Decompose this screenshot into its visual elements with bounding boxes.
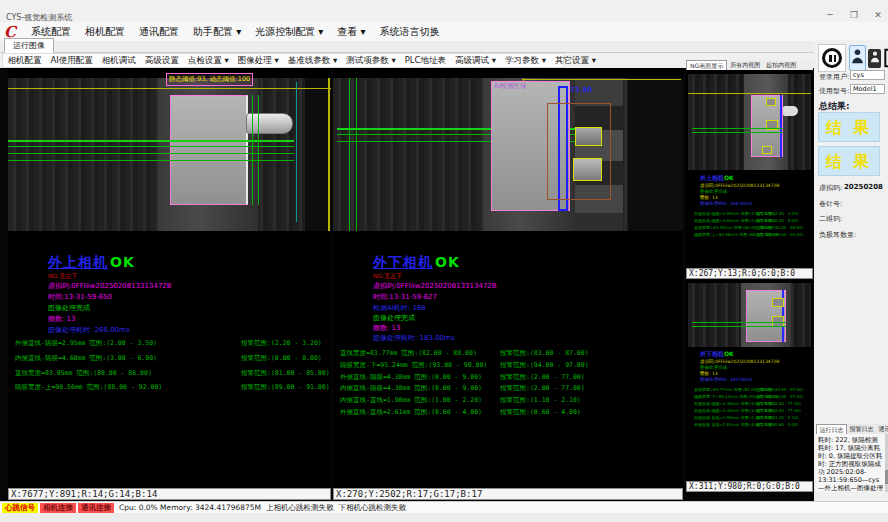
overlay-yellow-line: [688, 93, 811, 94]
tab-run-log[interactable]: 运行日志: [816, 424, 847, 434]
camera2-status: OK: [435, 254, 460, 270]
toolbar-camera-debug[interactable]: 相机调试: [97, 55, 140, 67]
thumbnail-bottom-panel[interactable]: 外下相机OK 虚拟码:0FFIiiw2025020813313472B 图像处理…: [686, 279, 813, 481]
menu-item-system-config[interactable]: 系统配置: [24, 25, 78, 39]
camera1-coordinate-readout: X:7677;Y:891;R:14;G:14;B:14: [8, 488, 331, 500]
measurement-row: 内侧直线-隔膜=4.38mm 范围:(0.00 - 9.00)报警范围:(2.0…: [340, 384, 681, 393]
toolbar-learning-params[interactable]: 学习参数 ▾: [500, 55, 550, 67]
toolbar-spot-check[interactable]: 点检设置 ▾: [183, 55, 233, 67]
measurement-right: 报警范围:(2.00 - 77.00): [500, 384, 585, 393]
toolbar-test-params[interactable]: 测试项参数 ▾: [342, 55, 400, 67]
menu-item-view[interactable]: 查看 ▾: [330, 25, 372, 39]
ai-region-label: AI检测区域: [494, 82, 526, 91]
overlay-blue-vline: [780, 95, 782, 157]
separator-region-box: [170, 95, 248, 205]
thumb-measure-right: 报警范围:(0.00 - 8.00): [756, 218, 798, 223]
camera1-vcode: 虚拟码:0FFIiiw2025020813313472B: [48, 281, 172, 291]
toolbar: 相机配置 AI使用配置 相机调试 高级设置 点检设置 ▾ 图像处理 ▾ 基准线参…: [2, 53, 564, 68]
thumb-status: OK: [724, 350, 734, 357]
measurement-left: 外侧直线-直线=2.61mm 范围:(0.60 - 4.00): [340, 408, 482, 417]
person-icon: [851, 46, 864, 66]
camera2-title-text: 外下相机: [373, 254, 433, 270]
vcode-label: 虚拟码:: [819, 183, 842, 193]
toolbar-advanced-debug[interactable]: 高级调试 ▾: [451, 55, 501, 67]
thumbnail-column: NG画面显示 所有内视图 起拍内视图 外上相机OK 虚拟码:0FFIiiw202…: [686, 60, 813, 492]
thumb-done: 图像处理完成: [700, 189, 727, 194]
model-input[interactable]: Model1: [850, 84, 885, 94]
camera-connect-badge: 相机连接: [40, 503, 76, 513]
measurement-right: 报警范围:(0.00 - 8.00): [241, 354, 322, 363]
measurement-row: 直线宽度=83.77mm 范围:(82.00 - 88.00)报警范围:(83.…: [340, 349, 681, 358]
thumb-measure-row: 内侧直线-直线=1.90mm 范围:(1.00 - 2.20)报警范围:(1.1…: [694, 415, 811, 421]
thumb-measure-right: 报警范围:(1.10 - 2.10): [756, 415, 798, 420]
thumbnail-top-panel[interactable]: 外上相机OK 虚拟码:0FFIiiw2025020813313472B 图像处理…: [686, 70, 813, 268]
toolbar-ai-usage[interactable]: AI使用配置: [46, 55, 97, 67]
camera2-vcode: 虚拟码:0FFIiiw2025020813313472B: [373, 281, 497, 291]
camera2-title: 外下相机OK: [373, 254, 460, 272]
login-user-label: 登录用户:: [819, 72, 849, 82]
camera2-image-dark-zone: [628, 78, 683, 231]
thumb-title-text: 外上相机: [700, 174, 724, 181]
login-user-input[interactable]: cys: [850, 70, 885, 80]
tab-comm-log[interactable]: 通讯日志: [876, 424, 888, 434]
camera1-turns: 圈数: 13: [48, 314, 76, 324]
right-sidebar: 登录用户: cys 使用型号: Model1 总结果: 结 果 结 果 虚拟码:…: [816, 40, 888, 501]
camera1-title-text: 外上相机: [48, 254, 108, 270]
tab-start-views[interactable]: 起拍内视图: [763, 60, 799, 70]
overlay-green-vline: [252, 95, 253, 205]
toolbar-baseline-params[interactable]: 基准线参数 ▾: [283, 55, 341, 67]
tab-ng-display[interactable]: NG画面显示: [686, 60, 727, 70]
camera1-title: 外上相机OK: [48, 254, 135, 272]
thumb-measure-right: 报警范围:(94.00 - 97.00): [756, 394, 803, 399]
operator-button[interactable]: [868, 49, 881, 68]
measurement-row: 直线宽度=83.05mm 范围:(80.00 - 86.00)报警范围:(81.…: [15, 369, 329, 378]
minimize-button[interactable]: ─: [824, 10, 836, 20]
camera2-time: 时间:13-31-59-627: [373, 292, 437, 302]
page-tab-row: 运行图像: [0, 41, 814, 53]
measurement-right: 报警范围:(1.10 - 2.10): [500, 396, 581, 405]
tab-all-views[interactable]: 所有内视图: [727, 60, 763, 70]
thumb-measure-row: 隔膜宽度-下=95.24mm 范围:(93.00 - 98.00)报警范围:(9…: [694, 394, 811, 400]
thumb-measure-row: 外侧直线-直线=2.61mm 范围:(0.60 - 4.00)报警范围:(0.6…: [694, 422, 811, 428]
camera2-elapsed: 图像处理耗时: 183.00ms: [373, 333, 455, 343]
measurement-right: 报警范围:(89.00 - 91.00): [241, 383, 330, 392]
statusbar: 心跳信号 相机连接 通讯连接 Cpu: 0.0% Memory: 3424.41…: [0, 501, 888, 513]
menu-item-language[interactable]: 系统语言切换: [373, 25, 447, 39]
camera2-ai-elapsed: 检测AI耗时: 168: [373, 303, 426, 313]
camera2-view-panel: AI检测区域 73.80 外下相机OK NG:见左下 虚拟码:0FFIiiw20…: [333, 68, 683, 500]
logout-icon: [882, 46, 888, 70]
measurement-left: 外侧直线-隔膜=4.38mm 范围:(0.00 - 9.00): [340, 373, 482, 382]
thumbnail-bottom-title: 外下相机OK: [700, 350, 734, 359]
thumb-measure-row: 外侧直线-隔膜=4.38mm 范围:(0.00 - 9.00)报警范围:(2.0…: [694, 401, 811, 407]
toolbar-camera-config[interactable]: 相机配置: [3, 55, 46, 67]
thumb-measure-right: 报警范围:(2.00 - 77.00): [756, 408, 801, 413]
tab-run-image[interactable]: 运行图像: [4, 38, 54, 53]
maximize-button[interactable]: ❐: [848, 10, 860, 20]
pause-button[interactable]: [818, 44, 846, 72]
camera2-ng-note: NG:见左下: [373, 272, 402, 281]
thumb-title-text: 外下相机: [700, 350, 724, 357]
thumb-measure-right: 报警范围:(83.00 - 87.00): [756, 387, 803, 392]
gap-measure-value: 73.80: [570, 86, 592, 94]
user-login-button[interactable]: [849, 45, 866, 71]
toolbar-other-settings[interactable]: 其它设置 ▾: [550, 55, 600, 67]
window-controls: ─ ❐ ✕: [824, 10, 884, 20]
toolbar-advanced-settings[interactable]: 高级设置: [140, 55, 183, 67]
close-button[interactable]: ✕: [872, 10, 884, 20]
menu-item-camera-config[interactable]: 相机配置: [78, 25, 132, 39]
toolbar-plc-address[interactable]: PLC地址表: [400, 55, 450, 67]
tab-alarm-log[interactable]: 报警日志: [847, 424, 876, 434]
menu-item-assistant-config[interactable]: 助手配置 ▾: [186, 25, 248, 39]
tab-search-box: [547, 103, 611, 200]
measurement-right: 报警范围:(2.20 - 3.20): [241, 339, 322, 348]
menu-item-light-control[interactable]: 光源控制配置 ▾: [248, 25, 330, 39]
measurement-left: 内侧直线-直线=1.90mm 范围:(1.00 - 2.20): [340, 396, 482, 405]
measurement-left: 内侧直线-隔膜=4.60mm 范围:(3.00 - 6.00): [15, 354, 157, 363]
overlay-green-line: [692, 132, 783, 133]
menubar: C 系统配置 相机配置 通讯配置 助手配置 ▾ 光源控制配置 ▾ 查看 ▾ 系统…: [0, 22, 888, 41]
thumb-measure-row: 内侧直线-隔膜=4.60mm 范围:(3.00 - 6.00)报警范围:(0.0…: [694, 218, 811, 224]
exit-button[interactable]: [882, 46, 888, 71]
toolbar-image-processing[interactable]: 图像处理 ▾: [233, 55, 283, 67]
menu-item-comm-config[interactable]: 通讯配置: [132, 25, 186, 39]
titlebar: CYS-视觉检测系统 ─ ❐ ✕: [0, 0, 888, 22]
